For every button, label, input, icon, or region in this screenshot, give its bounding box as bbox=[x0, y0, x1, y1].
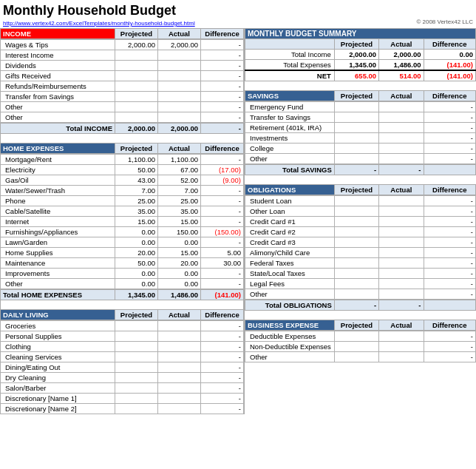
table-row: Dining/Eating Out bbox=[1, 362, 115, 373]
table-row: Other bbox=[1, 279, 115, 289]
daily-projected-header: Projected bbox=[115, 310, 158, 320]
table-row: Discretionary [Name 2] bbox=[1, 404, 115, 414]
table-row: Alimony/Child Care bbox=[245, 248, 335, 258]
table-row: Transfer to Savings bbox=[245, 112, 335, 123]
summary-diff-header: Difference bbox=[424, 39, 475, 50]
obligations-total-diff bbox=[424, 300, 475, 311]
summary-income-projected: 2,000.00 bbox=[334, 50, 378, 60]
income-projected-header: Projected bbox=[115, 29, 158, 39]
obligations-total-label: Total OBLIGATIONS bbox=[245, 300, 335, 311]
table-row: Lawn/Garden bbox=[1, 237, 115, 248]
table-row: Home Supplies bbox=[1, 248, 115, 258]
table-row: Investments bbox=[245, 133, 335, 144]
table-row: Non-Deductible Expenses bbox=[245, 342, 335, 352]
business-actual-header: Actual bbox=[379, 320, 424, 331]
home-header: HOME EXPENSES bbox=[1, 144, 115, 154]
daily-actual-header: Actual bbox=[158, 310, 201, 320]
table-row: Gifts Received bbox=[1, 71, 115, 81]
income-total-label: Total INCOME bbox=[1, 124, 115, 134]
table-row: Student Loan bbox=[245, 196, 335, 206]
income-header: INCOME bbox=[1, 29, 115, 39]
table-row: Personal Supplies bbox=[1, 331, 115, 342]
table-row: Other bbox=[1, 112, 115, 123]
home-total-diff: (141.00) bbox=[201, 290, 244, 300]
obligations-header: OBLIGATIONS bbox=[245, 185, 335, 195]
business-header: BUSINESS EXPENSE bbox=[245, 320, 335, 331]
daily-header: DAILY LIVING bbox=[1, 310, 115, 320]
summary-expenses-actual: 1,486.00 bbox=[379, 60, 424, 71]
income-total-diff: - bbox=[201, 124, 244, 134]
table-row: Wages & Tips bbox=[1, 40, 115, 50]
page-title: Monthly Household Budget bbox=[3, 1, 416, 20]
summary-net-actual: 514.00 bbox=[379, 70, 424, 81]
table-row: Water/Sewer/Trash bbox=[1, 186, 115, 196]
obligations-diff-header: Difference bbox=[424, 185, 475, 195]
table-row: Other bbox=[245, 352, 335, 362]
savings-actual-header: Actual bbox=[379, 91, 424, 101]
savings-header: SAVINGS bbox=[245, 91, 335, 101]
table-row: Legal Fees bbox=[245, 279, 335, 289]
table-row: Mortgage/Rent bbox=[1, 155, 115, 165]
table-row: State/Local Taxes bbox=[245, 269, 335, 279]
table-row: Discretionary [Name 1] bbox=[1, 394, 115, 404]
obligations-total-projected: - bbox=[334, 300, 378, 311]
summary-actual-header: Actual bbox=[379, 39, 424, 50]
savings-total-label: Total SAVINGS bbox=[245, 165, 335, 175]
savings-diff-header: Difference bbox=[424, 91, 475, 101]
table-row: College bbox=[245, 144, 335, 154]
home-diff-header: Difference bbox=[201, 144, 244, 154]
summary-expenses-label: Total Expenses bbox=[245, 60, 335, 71]
table-row: Clothing bbox=[1, 342, 115, 352]
summary-income-label: Total Income bbox=[245, 50, 335, 60]
income-diff-header: Difference bbox=[201, 29, 244, 39]
table-row: Credit Card #2 bbox=[245, 227, 335, 237]
summary-expenses-diff: (141.00) bbox=[424, 60, 475, 71]
table-row: Phone bbox=[1, 196, 115, 206]
summary-header: MONTHLY BUDGET SUMMARY bbox=[245, 29, 476, 39]
table-row: Furnishings/Appliances bbox=[1, 227, 115, 237]
home-projected-header: Projected bbox=[115, 144, 158, 154]
table-row: Retirement (401k, IRA) bbox=[245, 123, 335, 133]
table-row: Emergency Fund bbox=[245, 102, 335, 112]
obligations-projected-header: Projected bbox=[334, 185, 378, 195]
table-row: Other Loan bbox=[245, 206, 335, 217]
obligations-actual-header: Actual bbox=[379, 185, 424, 195]
url-link[interactable]: http://www.vertex42.com/ExcelTemplates/m… bbox=[3, 20, 416, 27]
daily-diff-header: Difference bbox=[201, 310, 244, 320]
summary-income-diff: 0.00 bbox=[424, 50, 475, 60]
business-diff-header: Difference bbox=[424, 320, 475, 331]
summary-net-diff: (141.00) bbox=[424, 70, 475, 81]
table-row: Maintenance bbox=[1, 258, 115, 269]
table-row: Credit Card #1 bbox=[245, 217, 335, 227]
table-row: Groceries bbox=[1, 321, 115, 331]
table-row: Cable/Satellite bbox=[1, 206, 115, 217]
table-row: Dividends bbox=[1, 61, 115, 71]
table-row: Electricity bbox=[1, 165, 115, 175]
summary-net-label: NET bbox=[245, 70, 335, 81]
savings-total-diff bbox=[424, 165, 475, 175]
income-total-actual: 2,000.00 bbox=[158, 124, 201, 134]
table-row: Credit Card #3 bbox=[245, 237, 335, 248]
obligations-total-actual: - bbox=[379, 300, 424, 311]
table-row: Dry Cleaning bbox=[1, 373, 115, 383]
table-row: Deductible Expenses bbox=[245, 331, 335, 342]
table-row: Interest Income bbox=[1, 50, 115, 61]
table-row: Federal Taxes bbox=[245, 258, 335, 269]
summary-income-actual: 2,000.00 bbox=[379, 50, 424, 60]
table-row: Transfer from Savings bbox=[1, 92, 115, 102]
table-row: Other bbox=[245, 154, 335, 164]
savings-projected-header: Projected bbox=[334, 91, 378, 101]
home-total-actual: 1,486.00 bbox=[158, 290, 201, 300]
home-actual-header: Actual bbox=[158, 144, 201, 154]
table-row: Cleaning Services bbox=[1, 352, 115, 362]
income-total-projected: 2,000.00 bbox=[115, 124, 158, 134]
table-row: Salon/Barber bbox=[1, 383, 115, 394]
table-row: Improvements bbox=[1, 269, 115, 279]
home-total-projected: 1,345.00 bbox=[115, 290, 158, 300]
income-actual-header: Actual bbox=[158, 29, 201, 39]
table-row: Other bbox=[1, 102, 115, 112]
table-row: Refunds/Reimbursements bbox=[1, 81, 115, 92]
business-projected-header: Projected bbox=[334, 320, 378, 331]
table-row: Other bbox=[245, 289, 335, 300]
home-total-label: Total HOME EXPENSES bbox=[1, 290, 115, 300]
